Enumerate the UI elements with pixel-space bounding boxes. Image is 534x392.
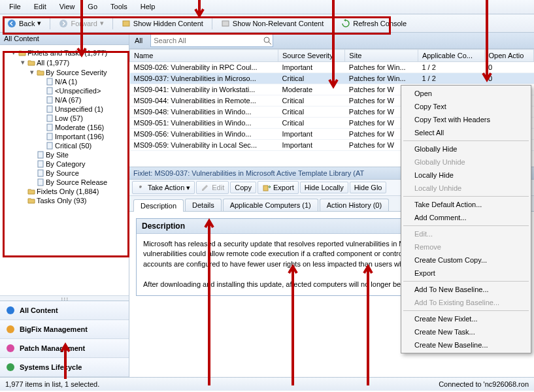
context-menu-item[interactable]: Create Custom Copy... [403,253,529,267]
context-menu-item[interactable]: Add To New Baseline... [403,283,529,296]
navigation-tree[interactable]: ▾ Fixlets and Tasks (1,977)▾ All (1,977)… [0,45,129,295]
column-header[interactable]: Source Severity [278,50,345,62]
context-menu[interactable]: OpenCopy TextCopy Text with HeadersSelec… [401,85,531,353]
tree-item[interactable]: By Site [29,150,127,159]
tree-item[interactable]: Low (57) [38,114,127,123]
tree-item[interactable]: ▾ Fixlets and Tasks (1,977) [10,48,127,57]
menu-edit[interactable]: Edit [27,1,53,12]
table-cell: Critical [278,106,345,118]
back-dropdown-icon: ▾ [37,19,41,27]
tree-item[interactable]: By Category [29,159,127,169]
context-menu-item[interactable]: Create New Baseline... [403,338,529,351]
context-menu-item[interactable]: Export [403,267,529,280]
svg-point-19 [7,363,14,371]
domain-button[interactable]: Systems Lifecycle [0,358,129,377]
document-icon [46,105,54,113]
export-button[interactable]: Export [258,181,299,194]
menu-file[interactable]: File [3,1,27,12]
svg-rect-2 [123,21,129,26]
context-menu-item[interactable]: Select All [403,126,529,139]
search-icon[interactable] [262,35,273,46]
context-menu-item[interactable]: Create New Task... [403,325,529,338]
tree-item-label: By Source [46,169,79,177]
context-menu-item[interactable]: Copy Text [403,100,529,113]
context-menu-item[interactable]: Open [403,87,529,100]
back-button[interactable]: Back ▾ [3,17,46,30]
tree-item-label: By Source Severity [46,69,107,76]
show-nonrelevant-button[interactable]: Show Non-Relevant Content [216,17,328,30]
menu-help[interactable]: Help [134,1,162,12]
tree-item[interactable]: Unspecified (1) [38,105,127,114]
table-cell: Important [278,129,345,140]
detail-tab[interactable]: Action History (0) [320,199,389,211]
tree-item[interactable]: Important (196) [38,132,127,141]
tree-item[interactable]: Moderate (156) [38,123,127,132]
domain-button[interactable]: BigFix Management [0,320,129,339]
document-icon [46,123,54,131]
domain-button[interactable]: Patch Management [0,339,129,358]
column-header[interactable]: Applicable Co... [418,50,484,62]
context-menu-item[interactable]: Take Default Action... [403,198,529,211]
hide-locally-button[interactable]: Hide Locally [300,182,348,193]
context-menu-item[interactable]: Add Comment... [403,211,529,224]
copy-button[interactable]: Copy [230,182,256,193]
folder-icon [18,49,26,57]
tree-item[interactable]: By Source Release [29,178,127,187]
context-menu-item[interactable]: Globally Hide [403,142,529,155]
svg-rect-12 [38,152,43,158]
forward-button[interactable]: Forward ▾ [54,17,108,30]
collapse-icon[interactable]: ▾ [10,48,17,57]
table-cell: 0 [484,62,533,73]
search-box[interactable] [150,34,273,47]
collapse-icon[interactable]: ▾ [29,68,35,76]
table-cell: Patches for Win... [345,73,418,84]
column-header[interactable]: Name [130,50,278,62]
column-header[interactable]: Site [345,50,418,62]
detail-tab[interactable]: Applicable Computers (1) [223,199,318,211]
table-row[interactable]: MS09-037: Vulnerabilities in Microso...C… [130,73,534,84]
svg-line-21 [269,42,271,44]
svg-point-1 [59,20,67,27]
svg-point-20 [264,37,269,42]
svg-rect-9 [47,124,52,131]
tree-item[interactable]: <Unspecified> [38,86,127,95]
navigation-panel: All Content ▾ Fixlets and Tasks (1,977)▾… [0,33,129,377]
tree-item[interactable]: N/A (67) [38,95,127,105]
domain-icon [5,362,16,372]
tree-item[interactable]: ▾ All (1,977) [20,57,127,67]
svg-point-0 [8,20,16,27]
svg-rect-13 [38,161,43,167]
context-menu-item: Remove [403,240,529,253]
show-hidden-button[interactable]: Show Hidden Content [117,17,208,30]
document-icon [37,178,44,186]
domain-icon [5,305,16,316]
take-action-button[interactable]: Take Action ▾ [132,181,195,194]
splitter-handle[interactable]: ⁝⁝⁝ [0,295,129,301]
detail-tab[interactable]: Details [185,199,222,211]
menu-view[interactable]: View [53,1,82,12]
table-row[interactable]: MS09-026: Vulnerability in RPC Coul...Im… [130,62,534,73]
tree-item[interactable]: Critical (50) [38,141,127,150]
detail-tab[interactable]: Description [133,199,184,212]
filter-all-label[interactable]: All [129,35,148,46]
context-menu-item[interactable]: Locally Hide [403,169,529,182]
context-menu-item[interactable]: Copy Text with Headers [403,113,529,126]
svg-rect-14 [38,170,43,176]
refresh-button[interactable]: Refresh Console [337,17,411,30]
collapse-icon[interactable]: ▾ [20,58,26,67]
tree-item[interactable]: By Source [29,169,127,178]
tree-item[interactable]: ▾ By Source Severity [29,67,127,77]
tree-item[interactable]: Fixlets Only (1,884) [20,187,127,196]
filter-bar: All [129,33,534,49]
status-bar: 1,977 items in list, 1 selected. Connect… [0,377,534,391]
hide-globally-button[interactable]: Hide Glo [350,182,387,193]
domain-button[interactable]: All Content [0,301,129,320]
menu-tools[interactable]: Tools [104,1,134,12]
menu-go[interactable]: Go [81,1,104,12]
context-menu-item[interactable]: Create New Fixlet... [403,312,529,325]
column-header[interactable]: Open Actio [484,50,533,62]
search-input[interactable] [151,35,262,46]
tree-item[interactable]: N/A (1) [38,77,127,86]
edit-button[interactable]: Edit [196,181,229,194]
tree-item[interactable]: Tasks Only (93) [20,196,127,205]
